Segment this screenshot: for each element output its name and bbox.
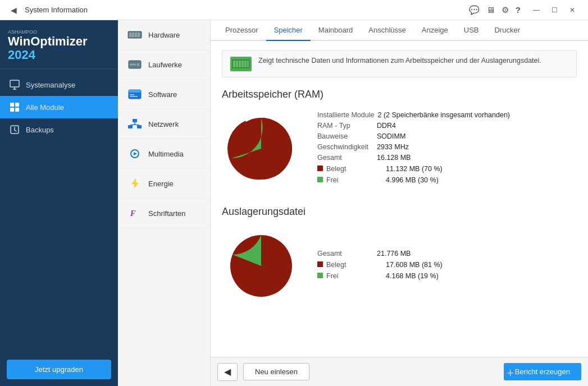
- svg-rect-19: [130, 96, 138, 97]
- ram-row-3: Geschwindigkeit 2933 MHz: [317, 143, 510, 151]
- titlebar-title: System Information: [25, 6, 469, 14]
- svg-point-14: [137, 63, 140, 66]
- svg-rect-21: [128, 125, 133, 128]
- content-area: Prozessor Speicher Mainboard Anschlüsse …: [211, 20, 588, 386]
- tab-prozessor[interactable]: Prozessor: [217, 20, 266, 41]
- energie-icon: [127, 177, 143, 190]
- sidebar-label-systemanalyse: Systemanalyse: [26, 81, 75, 89]
- middle-item-multimedia[interactable]: Multimedia: [118, 139, 210, 169]
- svg-rect-0: [10, 80, 19, 87]
- swap-pie-chart: [222, 227, 300, 305]
- sidebar-item-alle-module[interactable]: Alle Module: [0, 96, 118, 118]
- sidebar-item-backups[interactable]: Backups: [0, 118, 118, 141]
- middle-item-hardware[interactable]: Hardware: [118, 20, 210, 50]
- tab-anschlusse[interactable]: Anschlüsse: [361, 20, 413, 41]
- main-layout: Ashampoo WinOptimizer 2024 Systemanalyse: [0, 20, 588, 386]
- swap-label-0: Gesamt: [317, 250, 373, 258]
- middle-item-schriftarten[interactable]: F Schriftarten: [118, 199, 210, 228]
- swap-data: Gesamt 21.776 MB Belegt 17.608 MB (81 %)…: [317, 250, 443, 283]
- refresh-button[interactable]: Neu einlesen: [243, 363, 309, 380]
- backups-icon: [9, 124, 20, 135]
- sidebar: Ashampoo WinOptimizer 2024 Systemanalyse: [0, 20, 118, 386]
- sidebar-label-alle-module: Alle Module: [26, 103, 64, 112]
- netzwerk-icon: [127, 117, 143, 131]
- svg-rect-10: [132, 33, 134, 37]
- close-button[interactable]: ✕: [563, 2, 581, 18]
- swap-value-2: 4.168 MB (19 %): [386, 272, 439, 280]
- laufwerke-icon: [127, 58, 143, 71]
- middle-item-netzwerk[interactable]: Netzwerk: [118, 109, 210, 139]
- tab-speicher[interactable]: Speicher: [266, 20, 311, 41]
- tab-drucker[interactable]: Drucker: [486, 20, 528, 41]
- bottom-bar: ◀ Neu einlesen + Bericht erzeugen: [211, 357, 588, 386]
- minimize-button[interactable]: —: [527, 2, 545, 18]
- swap-label-1: Belegt: [326, 261, 382, 269]
- ram-data: Installierte Module 2 (2 Speicherbänke i…: [317, 111, 510, 187]
- ram-value-5: 11.132 MB (70 %): [386, 165, 443, 173]
- middle-panel: Hardware Laufwerke Software: [118, 20, 211, 386]
- titlebar-back-button[interactable]: ◀: [7, 3, 20, 17]
- tab-usb[interactable]: USB: [456, 20, 487, 41]
- svg-rect-15: [130, 64, 136, 66]
- middle-item-software[interactable]: Software: [118, 80, 210, 109]
- sidebar-navigation: Systemanalyse Alle Module: [0, 69, 118, 353]
- report-button[interactable]: Bericht erzeugen: [504, 363, 581, 380]
- ram-row-1: RAM - Typ DDR4: [317, 122, 510, 130]
- middle-label-energie: Energie: [148, 180, 174, 188]
- titlebar-icons: 💬 🖥 ⚙ ?: [469, 5, 521, 15]
- multimedia-icon: [127, 147, 143, 160]
- svg-rect-35: [247, 61, 249, 67]
- logo-year: 2024: [8, 48, 35, 62]
- plus-button[interactable]: +: [507, 366, 514, 380]
- ram-value-6: 4.996 MB (30 %): [386, 176, 439, 184]
- ram-label-5: Belegt: [326, 165, 382, 173]
- middle-item-energie[interactable]: Energie: [118, 169, 210, 199]
- tab-anzeige[interactable]: Anzeige: [414, 20, 456, 41]
- window-controls: — ☐ ✕: [527, 2, 581, 18]
- back-button[interactable]: ◀: [217, 363, 238, 381]
- systemanalyse-icon: [9, 79, 20, 90]
- content-body: Zeigt technische Daten und Informationen…: [211, 41, 588, 357]
- software-icon: [127, 88, 143, 101]
- swap-section: Auslagerungsdatei: [222, 206, 577, 305]
- svg-rect-9: [129, 33, 131, 37]
- middle-item-laufwerke[interactable]: Laufwerke: [118, 50, 210, 80]
- ram-row-5: Belegt 11.132 MB (70 %): [317, 164, 510, 173]
- tab-mainboard[interactable]: Mainboard: [311, 20, 361, 41]
- middle-label-netzwerk: Netzwerk: [148, 120, 179, 128]
- ram-title: Arbeitsspeicher (RAM): [222, 89, 577, 100]
- ram-chip-icon: [230, 57, 252, 71]
- swap-free-dot: [317, 273, 323, 278]
- logo-bold: Win: [8, 34, 30, 48]
- info-banner-text: Zeigt technische Daten und Informationen…: [258, 56, 541, 66]
- swap-value-1: 17.608 MB (81 %): [386, 261, 443, 269]
- svg-rect-31: [236, 61, 238, 67]
- svg-rect-18: [130, 94, 134, 95]
- hardware-icon: [127, 28, 143, 42]
- info-banner: Zeigt technische Daten und Informationen…: [222, 50, 577, 77]
- chat-icon[interactable]: 💬: [469, 5, 480, 15]
- ram-row-4: Gesamt 16.128 MB: [317, 154, 510, 162]
- ram-label-0: Installierte Module: [317, 111, 374, 119]
- ram-value-1: DDR4: [377, 122, 396, 130]
- ram-value-4: 16.128 MB: [377, 154, 411, 162]
- swap-label-2: Frei: [326, 272, 382, 280]
- svg-text:F: F: [130, 209, 136, 218]
- middle-label-laufwerke: Laufwerke: [148, 61, 182, 69]
- sidebar-item-systemanalyse[interactable]: Systemanalyse: [0, 73, 118, 96]
- middle-label-multimedia: Multimedia: [148, 150, 184, 158]
- help-icon[interactable]: ?: [516, 5, 521, 15]
- logo-main: WinOptimizer 2024: [8, 35, 110, 62]
- swap-row-2: Frei 4.168 MB (19 %): [317, 272, 443, 280]
- svg-rect-33: [241, 61, 244, 67]
- settings-icon[interactable]: ⚙: [502, 5, 509, 15]
- monitor-icon[interactable]: 🖥: [486, 5, 495, 15]
- upgrade-button[interactable]: Jetzt upgraden: [7, 360, 111, 379]
- svg-rect-3: [10, 103, 14, 107]
- svg-rect-20: [133, 119, 137, 122]
- swap-row-0: Gesamt 21.776 MB: [317, 250, 443, 258]
- maximize-button[interactable]: ☐: [545, 2, 563, 18]
- svg-rect-4: [15, 103, 19, 107]
- schriftarten-icon: F: [127, 206, 143, 220]
- svg-rect-5: [10, 108, 14, 112]
